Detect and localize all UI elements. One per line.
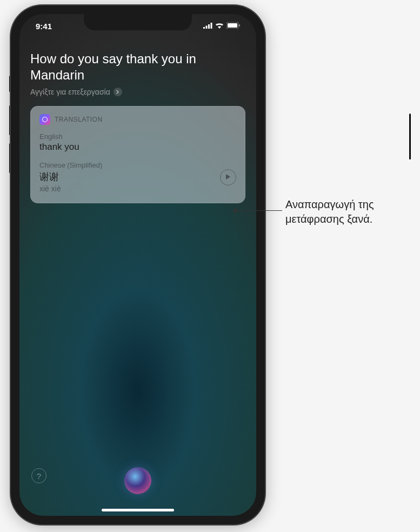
callout-text: Αναπαραγωγή της μετάφρασης ξανά. <box>285 197 415 227</box>
battery-icon <box>226 21 240 31</box>
wifi-icon <box>215 21 224 31</box>
card-title: TRANSLATION <box>55 116 103 123</box>
tap-to-edit-label: Αγγίξτε για επεξεργασία <box>30 88 110 96</box>
svg-rect-1 <box>228 23 237 28</box>
target-text: 谢谢 <box>39 170 102 183</box>
status-time: 9:41 <box>36 22 52 31</box>
card-header: TRANSLATION <box>39 114 236 125</box>
phone-frame: 9:41 How do you say thank you in Mandari… <box>11 5 265 524</box>
chevron-right-icon <box>114 88 122 96</box>
svg-rect-2 <box>239 24 240 26</box>
bottom-area: ? <box>19 451 256 516</box>
svg-point-3 <box>43 117 48 122</box>
source-language-label: English <box>39 132 236 141</box>
cellular-icon <box>203 21 212 31</box>
target-language-label: Chinese (Simplified) <box>39 161 102 169</box>
user-query: How do you say thank you in Mandarin <box>30 51 245 83</box>
play-icon <box>225 172 231 182</box>
siri-orb[interactable] <box>124 467 151 494</box>
tap-to-edit[interactable]: Αγγίξτε για επεξεργασία <box>30 88 245 96</box>
romanization-text: xiè xiè <box>39 184 102 193</box>
home-indicator[interactable] <box>102 509 174 511</box>
help-button[interactable]: ? <box>31 468 46 483</box>
siri-content: How do you say thank you in Mandarin Αγγ… <box>19 51 256 203</box>
screen: 9:41 How do you say thank you in Mandari… <box>19 14 256 516</box>
translation-card[interactable]: TRANSLATION English thank you Chinese (S… <box>30 106 245 203</box>
callout-line <box>236 210 282 211</box>
notch <box>84 14 192 30</box>
question-mark-icon: ? <box>37 471 41 481</box>
play-button[interactable] <box>220 169 236 185</box>
siri-app-icon <box>39 114 50 125</box>
side-button[interactable] <box>409 114 411 159</box>
source-text: thank you <box>39 142 236 152</box>
status-indicators <box>203 21 240 31</box>
